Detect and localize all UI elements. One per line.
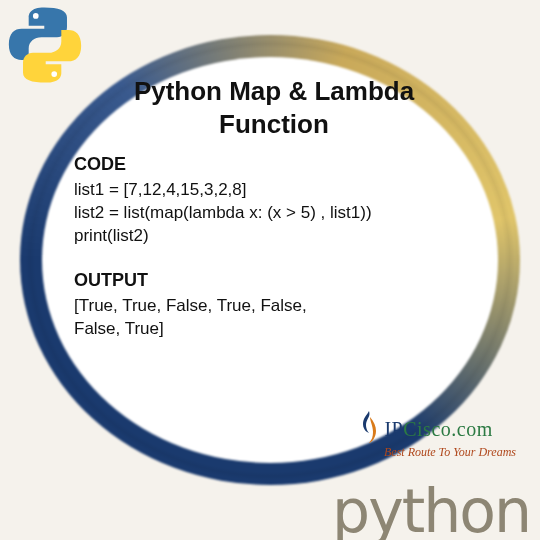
ipcisco-tagline: Best Route To Your Dreams: [358, 445, 516, 460]
svg-point-0: [33, 13, 39, 19]
content-card: Python Map & Lambda Function CODE list1 …: [74, 75, 474, 341]
ipcisco-text: IPCisco.com: [384, 418, 492, 441]
page-title: Python Map & Lambda Function: [74, 75, 474, 140]
output-heading: OUTPUT: [74, 270, 474, 291]
title-line1: Python Map & Lambda: [134, 76, 414, 106]
svg-point-1: [51, 71, 57, 77]
code-line-3: print(list2): [74, 225, 474, 248]
code-line-2: list2 = list(map(lambda x: (x > 5) , lis…: [74, 202, 474, 225]
title-line2: Function: [219, 109, 329, 139]
brand-ip: IP: [384, 418, 403, 440]
code-line-1: list1 = [7,12,4,15,3,2,8]: [74, 179, 474, 202]
brand-cisco: Cisco: [403, 418, 451, 440]
brand-dotcom: .com: [451, 418, 492, 440]
flame-icon: [358, 411, 380, 447]
output-line-2: False, True]: [74, 318, 474, 341]
output-line-1: [True, True, False, True, False,: [74, 295, 474, 318]
python-wordmark: python: [332, 476, 530, 540]
code-heading: CODE: [74, 154, 474, 175]
python-logo-icon: [6, 6, 84, 88]
ipcisco-brand: IPCisco.com Best Route To Your Dreams: [358, 411, 516, 460]
